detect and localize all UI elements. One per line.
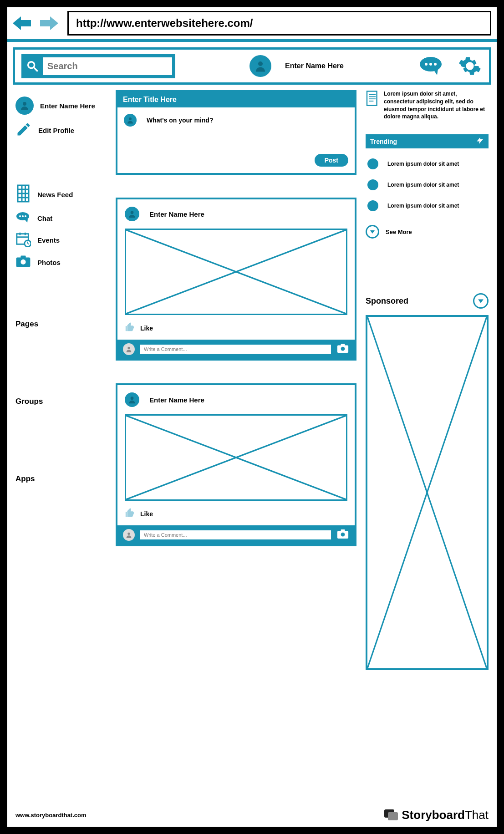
thumbs-up-icon [125, 508, 135, 520]
camera-icon [15, 255, 31, 270]
photos-label: Photos [37, 259, 61, 266]
globe-icon [367, 158, 378, 169]
app-header: Enter Name Here [13, 47, 491, 85]
search-icon[interactable] [23, 57, 41, 75]
info-note: Lorem ipsum dolor sit amet, consectetur … [366, 90, 489, 121]
camera-icon[interactable] [336, 529, 349, 541]
camera-icon[interactable] [336, 343, 349, 355]
chat-icon [15, 211, 31, 225]
chevron-down-icon[interactable] [473, 293, 489, 309]
pencil-icon [15, 121, 32, 139]
footer: www.storyboardthat.com StoryboardThat [15, 808, 489, 822]
svg-point-46 [341, 533, 345, 537]
svg-point-8 [429, 63, 432, 66]
post-author[interactable]: Enter Name Here [149, 210, 204, 218]
svg-rect-38 [341, 344, 345, 346]
trending-item[interactable]: Lorem ipsum dolor sit amet [367, 179, 487, 190]
avatar-icon [125, 392, 139, 407]
see-more-button[interactable]: See More [366, 225, 489, 239]
like-label: Like [140, 325, 153, 332]
feed-post: Enter Name Here Like [116, 198, 356, 361]
trending-item[interactable]: Lorem ipsum dolor sit amet [367, 158, 487, 169]
composer-prompt[interactable]: What's on your mind? [147, 117, 213, 124]
avatar-icon [125, 207, 139, 221]
svg-marker-53 [370, 230, 375, 234]
search-input[interactable] [41, 56, 173, 76]
feed-column: Enter Title Here What's on your mind? Po… [116, 90, 356, 670]
comment-input[interactable] [140, 530, 331, 539]
right-sidebar: Lorem ipsum dolor sit amet, consectetur … [366, 90, 489, 670]
like-button[interactable]: Like [117, 505, 355, 525]
comment-input[interactable] [140, 345, 331, 354]
brand-logo: StoryboardThat [383, 808, 489, 822]
chat-bubble-icon[interactable] [418, 53, 443, 79]
trending-item-label: Lorem ipsum dolor sit amet [387, 182, 459, 188]
svg-point-9 [434, 63, 437, 66]
avatar-icon [15, 97, 34, 115]
composer-title: Enter Title Here [117, 92, 355, 107]
trending-item-label: Lorem ipsum dolor sit amet [387, 161, 459, 167]
sidebar-news-feed[interactable]: News Feed [15, 184, 107, 205]
svg-point-21 [25, 215, 26, 217]
trending-item[interactable]: Lorem ipsum dolor sit amet [367, 200, 487, 211]
post-author[interactable]: Enter Name Here [149, 396, 204, 404]
left-sidebar: Enter Name Here Edit Profile News Feed [15, 90, 107, 670]
sidebar-profile-name: Enter Name Here [40, 102, 95, 110]
groups-heading[interactable]: Groups [15, 397, 107, 406]
back-arrow-icon[interactable] [13, 15, 31, 31]
sidebar-photos[interactable]: Photos [15, 255, 107, 270]
composer-card: Enter Title Here What's on your mind? Po… [116, 90, 356, 175]
svg-point-4 [258, 61, 263, 66]
svg-marker-0 [13, 16, 31, 30]
svg-point-7 [425, 63, 428, 66]
svg-rect-58 [388, 812, 398, 820]
footer-url: www.storyboardthat.com [15, 812, 87, 819]
svg-marker-6 [433, 69, 438, 75]
svg-point-36 [127, 347, 130, 349]
sidebar-edit-profile[interactable]: Edit Profile [15, 121, 107, 139]
svg-rect-45 [341, 529, 345, 531]
like-label: Like [140, 510, 153, 518]
svg-point-40 [131, 397, 134, 400]
like-button[interactable]: Like [117, 320, 355, 340]
avatar-icon[interactable] [249, 55, 271, 77]
chevron-down-icon [366, 225, 379, 239]
calendar-icon [15, 231, 31, 249]
svg-point-10 [23, 102, 26, 106]
svg-point-31 [20, 259, 25, 264]
svg-point-39 [341, 347, 345, 351]
thumbs-up-icon [125, 322, 135, 334]
edit-profile-label: Edit Profile [38, 127, 74, 134]
url-field[interactable]: http://www.enterwebsitehere.com/ [67, 11, 491, 36]
lightning-icon [476, 137, 484, 146]
image-placeholder [125, 414, 347, 501]
document-icon [366, 90, 379, 121]
avatar-icon [123, 343, 135, 355]
svg-marker-54 [478, 300, 484, 303]
sidebar-profile[interactable]: Enter Name Here [15, 97, 107, 115]
news-feed-label: News Feed [37, 191, 73, 198]
globe-icon [367, 179, 378, 190]
forward-arrow-icon[interactable] [40, 15, 58, 31]
svg-line-28 [28, 244, 29, 244]
events-label: Events [37, 236, 60, 244]
svg-point-43 [127, 533, 130, 535]
header-user-name: Enter Name Here [285, 62, 344, 70]
sponsored-placeholder [366, 315, 489, 670]
feed-post: Enter Name Here Like [116, 383, 356, 546]
gear-icon[interactable] [457, 53, 483, 79]
svg-point-20 [22, 215, 24, 217]
sponsored-header: Sponsored [366, 293, 489, 309]
post-button[interactable]: Post [315, 154, 348, 167]
svg-line-3 [34, 68, 38, 71]
trending-header: Trending [366, 134, 489, 148]
svg-marker-52 [477, 137, 483, 144]
sidebar-chat[interactable]: Chat [15, 211, 107, 225]
comment-bar [117, 340, 355, 359]
sidebar-events[interactable]: Events [15, 231, 107, 249]
apps-heading[interactable]: Apps [15, 474, 107, 483]
svg-point-32 [129, 117, 132, 120]
globe-icon [367, 200, 378, 211]
pages-heading[interactable]: Pages [15, 320, 107, 329]
browser-url-bar: http://www.enterwebsitehere.com/ [7, 7, 497, 42]
